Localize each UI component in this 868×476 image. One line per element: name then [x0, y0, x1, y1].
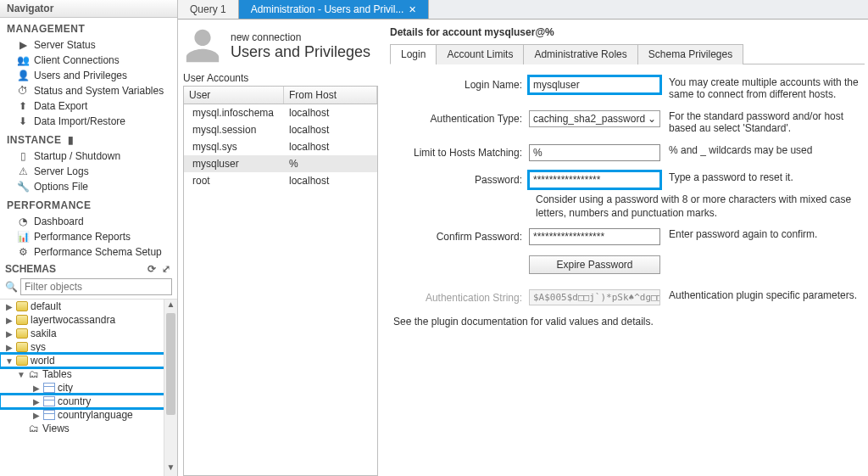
folder-icon: 🗂 — [28, 368, 40, 380]
confirm-password-input[interactable] — [529, 228, 660, 245]
nav-perf-reports[interactable]: 📊Performance Reports — [0, 229, 177, 244]
performance-list: ◔Dashboard 📊Performance Reports ⚙Perform… — [0, 214, 177, 260]
nav-server-logs[interactable]: ⚠Server Logs — [0, 164, 177, 179]
scroll-thumb[interactable] — [166, 313, 175, 415]
db-world[interactable]: ▼world — [0, 354, 177, 367]
user-avatar-icon — [183, 26, 222, 65]
table-row[interactable]: mysqluser% — [184, 155, 377, 172]
navigator-panel: Navigator MANAGEMENT ▶Server Status 👥Cli… — [0, 0, 178, 476]
user-accounts-panel: new connection Users and Privileges User… — [178, 20, 381, 476]
db-sys[interactable]: ▶sys — [0, 340, 177, 354]
auth-string-hint: Authentication plugin specific parameter… — [669, 289, 861, 301]
table-countrylanguage[interactable]: ▶countrylanguage — [0, 408, 177, 422]
schemas-tools[interactable]: ⟳ ⤢ — [147, 263, 172, 275]
tab-account-limits[interactable]: Account Limits — [436, 44, 524, 64]
table-row[interactable]: mysql.sessionlocalhost — [184, 121, 377, 138]
auth-type-hint: For the standard password and/or host ba… — [669, 110, 861, 134]
details-title: Details for account mysqluser@% — [390, 26, 865, 38]
auth-type-label: Authentication Type: — [393, 110, 529, 125]
navigator-title: Navigator — [7, 3, 53, 14]
schema-tree: ▶default ▶layertwocassandra ▶sakila ▶sys… — [0, 299, 177, 476]
password-hint: Type a password to reset it. — [669, 171, 861, 183]
tab-login[interactable]: Login — [390, 44, 437, 64]
folder-icon: 🗂 — [28, 423, 40, 434]
nav-dashboard[interactable]: ◔Dashboard — [0, 214, 177, 229]
nav-startup-shutdown[interactable]: ▯Startup / Shutdown — [0, 148, 177, 164]
tree-scrollbar[interactable]: ▲ ▼ — [164, 300, 177, 476]
import-icon: ⬇ — [17, 115, 29, 127]
instance-icon: ▮ — [64, 134, 76, 146]
table-icon — [43, 396, 55, 406]
login-name-input[interactable] — [529, 76, 660, 93]
tab-admin-roles[interactable]: Administrative Roles — [523, 44, 637, 64]
close-icon[interactable]: ✕ — [409, 4, 416, 15]
login-form: Login Name: You may create multiple acco… — [390, 64, 865, 328]
details-tabs: Login Account Limits Administrative Role… — [390, 43, 865, 64]
users-icon: 👤 — [17, 70, 29, 81]
tab-query1[interactable]: Query 1 — [178, 0, 239, 19]
views-folder[interactable]: 🗂Views — [0, 422, 177, 435]
chevron-down-icon: ⌄ — [648, 113, 656, 125]
account-details: Details for account mysqluser@% Login Ac… — [381, 20, 868, 476]
tab-schema-priv[interactable]: Schema Privileges — [637, 44, 743, 64]
schemas-header: SCHEMAS ⟳ ⤢ — [0, 260, 177, 278]
auth-string-input[interactable]: $A$005$d□□j`)*pSk♠^dg□□□F — [529, 289, 660, 305]
performance-header: PERFORMANCE — [0, 194, 177, 214]
db-default[interactable]: ▶default — [0, 300, 177, 313]
page-title: Users and Privileges — [231, 43, 370, 61]
database-icon — [16, 315, 28, 325]
nav-data-export[interactable]: ⬆Data Export — [0, 98, 177, 114]
editor-tabs: Query 1 Administration - Users and Privi… — [178, 0, 868, 20]
user-accounts-table: User From Host mysql.infoschemalocalhost… — [183, 86, 378, 476]
scroll-up-icon[interactable]: ▲ — [164, 300, 177, 313]
confirm-password-hint: Enter password again to confirm. — [669, 228, 861, 240]
db-layertwocassandra[interactable]: ▶layertwocassandra — [0, 313, 177, 327]
dashboard-icon: ◔ — [17, 216, 29, 227]
col-user[interactable]: User — [184, 87, 284, 104]
schema-filter-input[interactable] — [20, 278, 172, 295]
hosts-hint: % and _ wildcards may be used — [669, 144, 861, 156]
database-icon — [16, 328, 28, 339]
power-icon: ▯ — [17, 150, 29, 162]
report-icon: 📊 — [17, 231, 29, 243]
password-label: Password: — [393, 171, 529, 186]
instance-header: INSTANCE▮ — [0, 129, 177, 148]
connections-icon: 👥 — [17, 54, 29, 66]
auth-type-select[interactable]: caching_sha2_password⌄ — [529, 110, 660, 127]
wrench-icon: 🔧 — [17, 181, 29, 193]
table-row[interactable]: mysql.infoschemalocalhost — [184, 104, 377, 121]
login-name-label: Login Name: — [393, 76, 529, 91]
db-sakila[interactable]: ▶sakila — [0, 327, 177, 340]
nav-data-import[interactable]: ⬇Data Import/Restore — [0, 114, 177, 129]
col-host[interactable]: From Host — [284, 87, 377, 104]
tab-admin-users[interactable]: Administration - Users and Privil... ✕ — [239, 0, 430, 19]
table-country[interactable]: ▶country — [0, 395, 177, 408]
search-icon: 🔍 — [5, 281, 17, 293]
expire-password-button[interactable]: Expire Password — [529, 255, 660, 274]
nav-status-vars[interactable]: ⏱Status and System Variables — [0, 83, 177, 98]
gauge-icon: ⏱ — [17, 85, 29, 97]
nav-perf-schema[interactable]: ⚙Performance Schema Setup — [0, 244, 177, 260]
table-row[interactable]: rootlocalhost — [184, 172, 377, 189]
table-city[interactable]: ▶city — [0, 381, 177, 395]
instance-list: ▯Startup / Shutdown ⚠Server Logs 🔧Option… — [0, 148, 177, 194]
plugin-doc-note: See the plugin documentation for valid v… — [393, 316, 861, 328]
connection-name: new connection — [231, 31, 370, 43]
navigator-header: Navigator — [0, 0, 177, 18]
hosts-input[interactable] — [529, 144, 660, 161]
database-icon — [16, 301, 28, 311]
nav-users-privileges[interactable]: 👤Users and Privileges — [0, 68, 177, 83]
nav-server-status[interactable]: ▶Server Status — [0, 37, 177, 53]
warning-icon: ⚠ — [17, 165, 29, 177]
password-input[interactable] — [529, 171, 660, 188]
nav-client-connections[interactable]: 👥Client Connections — [0, 53, 177, 68]
table-row[interactable]: mysql.syslocalhost — [184, 138, 377, 155]
scroll-down-icon[interactable]: ▼ — [164, 462, 177, 476]
hosts-label: Limit to Hosts Matching: — [393, 144, 529, 159]
nav-options-file[interactable]: 🔧Options File — [0, 179, 177, 194]
management-header: MANAGEMENT — [0, 18, 177, 37]
main-area: Query 1 Administration - Users and Privi… — [178, 0, 868, 476]
confirm-password-label: Confirm Password: — [393, 228, 529, 243]
export-icon: ⬆ — [17, 100, 29, 112]
tables-folder[interactable]: ▼🗂Tables — [0, 367, 177, 381]
